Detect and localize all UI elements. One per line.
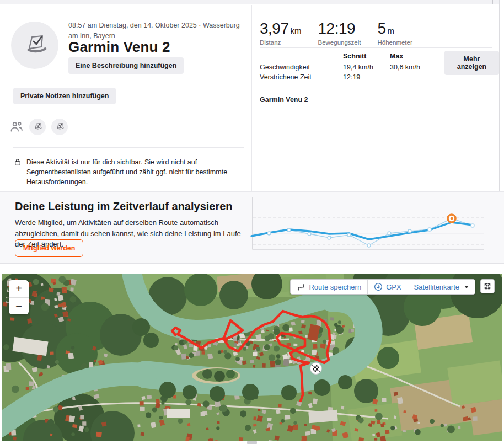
table-row-label: Verstrichene Zeit	[260, 73, 312, 81]
layer-selected-label: Satellitenkarte	[414, 283, 459, 291]
privacy-notice: Diese Aktivität ist nur für dich sichtba…	[13, 157, 235, 187]
laptop-check-icon	[22, 32, 48, 58]
gpx-download-button[interactable]: GPX	[367, 280, 407, 294]
divider	[13, 106, 244, 106]
activity-type-avatar[interactable]	[11, 22, 58, 69]
private-notes-button[interactable]: Private Notizen hinzufügen	[13, 88, 116, 104]
stat-distance: 3,97km Distanz	[260, 20, 302, 46]
become-member-button[interactable]: Mitglied werden	[15, 239, 83, 257]
zoom-out-button[interactable]: −	[9, 297, 29, 314]
upsell-title: Deine Leistung im Zeitverlauf analysiere…	[15, 200, 233, 213]
map-layer-select[interactable]: Satellitenkarte	[408, 280, 475, 294]
activity-badge[interactable]	[51, 119, 68, 135]
download-icon	[374, 282, 383, 291]
divider	[13, 147, 244, 148]
table-row-label: Geschwindigkeit	[260, 63, 310, 71]
add-description-button[interactable]: Eine Beschreibung hinzufügen	[68, 57, 184, 74]
map-button-group: Route speichern GPX Satellitenkarte	[290, 279, 475, 295]
table-row-avg: 12:19	[343, 73, 360, 81]
top-strip	[0, 0, 499, 4]
performance-sparkline-chart	[250, 195, 488, 254]
stat-label: Distanz	[260, 39, 302, 46]
top-strip-divider	[492, 0, 493, 4]
map-container: + − Route speichern GPX Satellitenkarte	[2, 274, 502, 441]
column-divider	[251, 5, 252, 191]
show-more-button[interactable]: Mehr anzeigen	[444, 51, 499, 75]
finish-flag-marker[interactable]	[310, 363, 322, 375]
stat-value: 5	[378, 20, 386, 37]
zoom-in-button[interactable]: +	[9, 280, 29, 297]
activity-badge[interactable]	[29, 119, 46, 135]
fullscreen-icon	[482, 281, 492, 291]
fullscreen-button[interactable]	[480, 279, 495, 293]
stat-value: 12:19	[318, 20, 356, 37]
divider	[260, 47, 492, 48]
privacy-notice-text: Diese Aktivität ist nur für dich sichtba…	[26, 157, 235, 187]
chevron-down-icon	[464, 286, 469, 288]
primary-stats: 3,97km Distanz 12:19 Bewegungszeit 5m Hö…	[260, 20, 412, 46]
stat-unit: km	[291, 26, 302, 35]
map-zoom-control: + −	[9, 280, 29, 314]
lock-icon	[13, 158, 22, 167]
table-col-avg: Schnitt	[343, 52, 366, 60]
activity-card: 08:57 am Dienstag, den 14. Oktober 2025 …	[0, 5, 499, 191]
satellite-map[interactable]	[2, 274, 502, 441]
divider	[260, 88, 492, 88]
activity-title: Garmin Venu 2	[68, 39, 170, 56]
save-route-label: Route speichern	[309, 283, 361, 291]
save-route-button[interactable]: Route speichern	[291, 280, 367, 294]
laptop-check-icon	[55, 122, 65, 132]
map-island	[192, 367, 240, 384]
stat-elevation: 5m Höhenmeter	[378, 20, 412, 46]
stat-value: 3,97	[260, 20, 289, 37]
map-resize-handle[interactable]	[247, 441, 257, 444]
table-row-max: 30,6 km/h	[390, 63, 420, 71]
stat-label: Bewegungszeit	[318, 39, 361, 46]
activity-social-row	[9, 119, 68, 135]
table-row-avg: 19,4 km/h	[343, 63, 373, 71]
table-col-max: Max	[390, 52, 403, 60]
activity-meta: 08:57 am Dienstag, den 14. Oktober 2025 …	[68, 20, 250, 41]
people-icon[interactable]	[9, 120, 24, 134]
laptop-check-icon	[33, 122, 42, 132]
stat-moving-time: 12:19 Bewegungszeit	[318, 20, 361, 46]
divider	[13, 78, 244, 78]
stat-unit: m	[388, 26, 395, 35]
device-name: Garmin Venu 2	[260, 96, 308, 104]
stat-label: Höhenmeter	[378, 39, 412, 46]
route-icon	[297, 282, 305, 291]
gpx-label: GPX	[386, 283, 401, 291]
